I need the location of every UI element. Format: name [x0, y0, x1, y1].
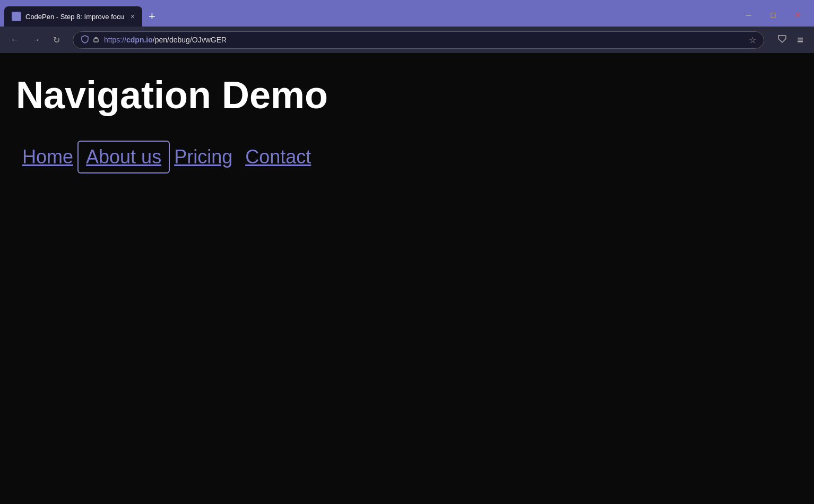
- page-title: Navigation Demo: [16, 74, 798, 116]
- maximize-button[interactable]: □: [761, 6, 785, 23]
- menu-button[interactable]: ≡: [793, 32, 808, 48]
- nav-link-home[interactable]: Home: [16, 143, 80, 171]
- url-domain: cdpn.io: [126, 36, 153, 44]
- navigation-bar: ← → ↻ https://cdpn.io/pen/debug/OJvwGER: [0, 27, 814, 53]
- address-icons: [81, 35, 100, 45]
- close-button[interactable]: ✕: [785, 6, 810, 23]
- bookmark-button[interactable]: ☆: [749, 35, 756, 45]
- pocket-button[interactable]: [773, 32, 791, 48]
- minimize-button[interactable]: ─: [737, 6, 761, 23]
- address-text: https://cdpn.io/pen/debug/OJvwGER: [104, 36, 744, 44]
- nav-link-about[interactable]: About us: [80, 143, 168, 171]
- tab-bar: CodePen - Step 8: Improve focu × + ─ □ ✕: [0, 0, 814, 27]
- page-content: Navigation Demo Home About us Pricing Co…: [0, 53, 814, 504]
- nav-links: Home About us Pricing Contact: [16, 143, 798, 171]
- window-controls: ─ □ ✕: [737, 6, 810, 27]
- browser-tab[interactable]: CodePen - Step 8: Improve focu ×: [4, 6, 142, 27]
- tab-favicon: [12, 12, 21, 21]
- svg-rect-2: [94, 39, 98, 42]
- back-button[interactable]: ←: [6, 33, 23, 47]
- url-path: /pen/debug/OJvwGER: [153, 36, 227, 44]
- svg-marker-1: [15, 15, 18, 18]
- address-bar[interactable]: https://cdpn.io/pen/debug/OJvwGER ☆: [73, 31, 764, 49]
- nav-link-contact[interactable]: Contact: [239, 143, 317, 171]
- svg-marker-0: [13, 13, 20, 20]
- nav-right-controls: ≡: [773, 32, 808, 48]
- url-scheme: https://: [104, 36, 126, 44]
- nav-link-pricing[interactable]: Pricing: [168, 143, 239, 171]
- new-tab-button[interactable]: +: [144, 6, 160, 27]
- shield-icon: [81, 35, 89, 45]
- refresh-button[interactable]: ↻: [49, 33, 64, 47]
- tab-close-button[interactable]: ×: [131, 12, 135, 21]
- lock-icon: [92, 36, 100, 45]
- browser-window: CodePen - Step 8: Improve focu × + ─ □ ✕…: [0, 0, 814, 504]
- tab-title: CodePen - Step 8: Improve focu: [25, 13, 126, 21]
- forward-button[interactable]: →: [28, 33, 45, 47]
